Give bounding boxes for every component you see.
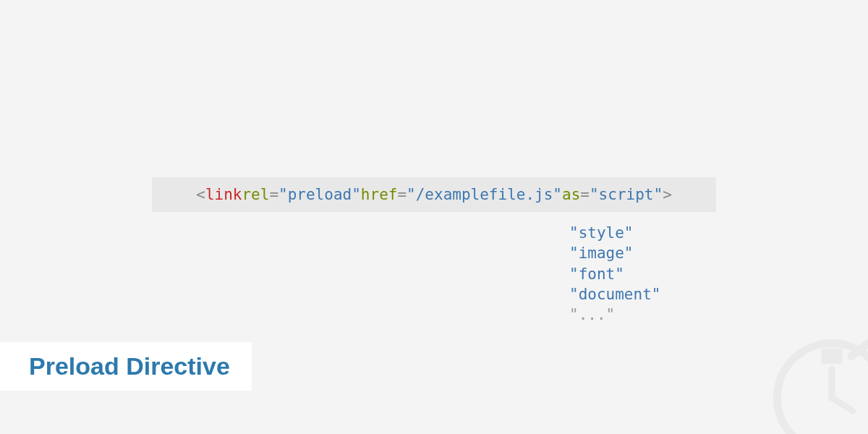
code-snippet: <link rel="preload" href="/examplefile.j… xyxy=(152,177,716,212)
eq: = xyxy=(580,186,590,203)
option-item: "image" xyxy=(569,243,660,263)
svg-rect-1 xyxy=(822,349,843,365)
angle-open: < xyxy=(196,186,205,203)
svg-line-4 xyxy=(832,398,853,411)
option-item: "font" xyxy=(569,264,660,284)
attr-rel: rel xyxy=(242,186,269,203)
eq: = xyxy=(397,186,407,203)
slide-title: Preload Directive xyxy=(29,352,230,380)
option-item-more: "..." xyxy=(569,305,660,325)
attr-href: href xyxy=(361,186,398,203)
val-as: "script" xyxy=(590,186,663,203)
val-href: "/examplefile.js" xyxy=(407,186,562,203)
eq: = xyxy=(269,186,278,203)
angle-close: > xyxy=(663,186,672,203)
option-item: "style" xyxy=(569,223,660,243)
tag-name: link xyxy=(205,186,242,203)
as-options-list: "style" "image" "font" "document" "..." xyxy=(569,223,660,326)
option-item: "document" xyxy=(569,284,660,305)
title-container: Preload Directive xyxy=(0,342,252,391)
watermark-logo-icon xyxy=(767,333,868,434)
attr-as: as xyxy=(562,186,580,203)
val-rel: "preload" xyxy=(278,186,361,203)
